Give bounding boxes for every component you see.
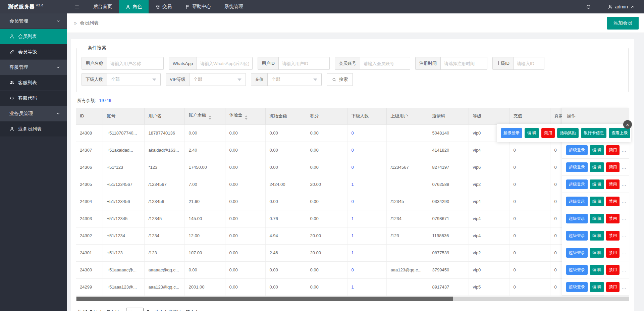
super-login-button[interactable]: 超级登录 xyxy=(566,282,588,292)
edit-button[interactable]: 编 辑 xyxy=(590,197,604,206)
disable-button[interactable]: 禁用 xyxy=(606,197,620,206)
super-login-button[interactable]: 超级登录 xyxy=(566,231,588,241)
refresh-icon[interactable] xyxy=(578,0,599,13)
more-actions-button[interactable]: ... xyxy=(622,164,627,170)
subordinates-link[interactable]: 1 xyxy=(352,216,354,221)
search-select-value-0[interactable]: 全部 xyxy=(107,73,160,86)
view-parent-button[interactable]: 查看上级 xyxy=(609,128,630,138)
activity-reward-button[interactable]: 活动奖励 xyxy=(557,128,579,138)
super-login-button[interactable]: 超级登录 xyxy=(566,248,588,258)
sidebar-group-0[interactable]: 会员管理 xyxy=(0,13,67,29)
menu-toggle-icon[interactable] xyxy=(67,0,87,13)
sidebar-group-1[interactable]: 客服管理 xyxy=(0,60,67,75)
search-button[interactable]: 搜索 xyxy=(327,73,353,86)
sidebar-group-2[interactable]: 业务员管理 xyxy=(0,106,67,121)
subordinates-link[interactable]: 0 xyxy=(352,165,354,170)
search-input-2[interactable] xyxy=(279,57,329,69)
search-select-value-2[interactable]: 全部 xyxy=(268,73,321,86)
edit-button[interactable]: 编 辑 xyxy=(590,231,604,241)
sort-icon[interactable] xyxy=(245,115,248,120)
sidebar-item-1-0[interactable]: 客服列表 xyxy=(0,75,67,91)
more-actions-button[interactable]: ... xyxy=(622,284,627,290)
edit-button[interactable]: 编 辑 xyxy=(525,128,539,138)
disable-button[interactable]: 禁用 xyxy=(606,214,620,223)
edit-button[interactable]: 编 辑 xyxy=(590,248,604,258)
super-login-button[interactable]: 超级登录 xyxy=(566,162,588,172)
cell-frozen: 0.00 xyxy=(265,159,306,176)
sidebar-item-0-1[interactable]: 会员等级 xyxy=(0,44,67,60)
subordinates-link[interactable]: 0 xyxy=(352,148,354,153)
super-login-button[interactable]: 超级登录 xyxy=(566,214,588,223)
sort-icon[interactable] xyxy=(209,115,211,120)
nav-item-3[interactable]: 帮助中心 xyxy=(178,0,218,13)
nav-item-1[interactable]: 角色 xyxy=(119,0,149,13)
horizontal-scrollbar-thumb[interactable] xyxy=(76,297,453,301)
edit-button[interactable]: 编 辑 xyxy=(590,214,604,223)
super-login-button[interactable]: 超级登录 xyxy=(501,128,522,138)
nav-item-0[interactable]: 后台首页 xyxy=(87,0,119,13)
cell-value: /123 xyxy=(149,250,157,255)
search-input-0[interactable] xyxy=(107,57,163,69)
cell-value: 4.94 xyxy=(270,233,278,238)
subordinates-link[interactable]: 0 xyxy=(352,267,354,272)
bank-card-info-button[interactable]: 银行卡信息 xyxy=(581,128,606,138)
nav-item-2[interactable]: 交易 xyxy=(149,0,178,13)
search-field-label: 用户名称 xyxy=(82,57,107,69)
super-login-button[interactable]: 超级登录 xyxy=(566,145,588,155)
disable-button[interactable]: 禁用 xyxy=(541,128,555,138)
cell-value: vip4 xyxy=(473,233,481,238)
disable-button[interactable]: 禁用 xyxy=(606,248,620,258)
more-actions-button[interactable]: ... xyxy=(622,216,627,221)
subordinates-link[interactable]: 1 xyxy=(352,182,354,187)
user-menu[interactable]: admin xyxy=(599,0,644,13)
super-login-button[interactable]: 超级登录 xyxy=(566,179,588,189)
cell-value: 0.00 xyxy=(229,250,238,255)
cell-level: vip2 xyxy=(469,176,509,193)
chevron-down-icon xyxy=(56,65,60,69)
more-actions-button[interactable]: ... xyxy=(622,250,627,255)
disable-button[interactable]: 禁用 xyxy=(606,179,620,189)
edit-button[interactable]: 编 辑 xyxy=(590,179,604,189)
disable-button[interactable]: 禁用 xyxy=(606,282,620,292)
subordinates-link[interactable]: 1 xyxy=(352,250,354,255)
disable-button[interactable]: 禁用 xyxy=(606,231,620,241)
sidebar-item-2-0[interactable]: 业务员列表 xyxy=(0,121,67,137)
sidebar-item-0-0[interactable]: 会员列表 xyxy=(0,29,67,44)
more-actions-button[interactable]: ... xyxy=(622,267,627,272)
close-icon[interactable]: × xyxy=(623,120,632,129)
search-input-4[interactable] xyxy=(441,57,487,69)
search-input-3[interactable] xyxy=(360,57,410,69)
edit-button[interactable]: 编 辑 xyxy=(590,265,604,275)
edit-button[interactable]: 编 辑 xyxy=(590,145,604,155)
disable-button[interactable]: 禁用 xyxy=(606,265,620,275)
column-header-10: 等级 xyxy=(469,108,509,124)
balance-summary-value[interactable]: 19746 xyxy=(99,98,111,103)
sidebar-item-1-1[interactable]: 客服代码 xyxy=(0,91,67,106)
more-actions-button[interactable]: ... xyxy=(622,233,627,238)
nav-item-4[interactable]: 系统管理 xyxy=(218,0,250,13)
disable-button[interactable]: 禁用 xyxy=(606,162,620,172)
cell-value: vip4 xyxy=(473,199,481,204)
search-input-1[interactable] xyxy=(197,57,252,69)
more-actions-button[interactable]: ... xyxy=(622,182,627,187)
add-member-button[interactable]: 添加会员 xyxy=(607,17,639,30)
super-login-button[interactable]: 超级登录 xyxy=(566,197,588,206)
more-actions-button[interactable]: ... xyxy=(622,199,627,204)
cell-username: aaa123@qq.c... xyxy=(144,278,184,296)
disable-button[interactable]: 禁用 xyxy=(606,145,620,155)
subordinates-link[interactable]: 0 xyxy=(352,131,354,136)
table-row: 24303+51/12345/12345145.000.000.760.001/… xyxy=(76,210,604,227)
more-actions-button[interactable]: ... xyxy=(622,147,627,153)
page-size-select[interactable]: 20 xyxy=(126,308,144,311)
subordinates-link[interactable]: 1 xyxy=(352,233,354,238)
subordinates-link[interactable]: 0 xyxy=(352,199,354,204)
search-input-5[interactable] xyxy=(514,57,544,69)
super-login-button[interactable]: 超级登录 xyxy=(566,265,588,275)
edit-button[interactable]: 编 辑 xyxy=(590,162,604,172)
subordinates-link[interactable]: 1 xyxy=(352,284,354,290)
search-legend: 条件搜索 xyxy=(84,45,110,51)
cell-value: 0 xyxy=(554,216,557,221)
cell-value: 24304 xyxy=(80,199,92,204)
edit-button[interactable]: 编 辑 xyxy=(590,282,604,292)
search-select-value-1[interactable]: 全部 xyxy=(190,73,246,86)
